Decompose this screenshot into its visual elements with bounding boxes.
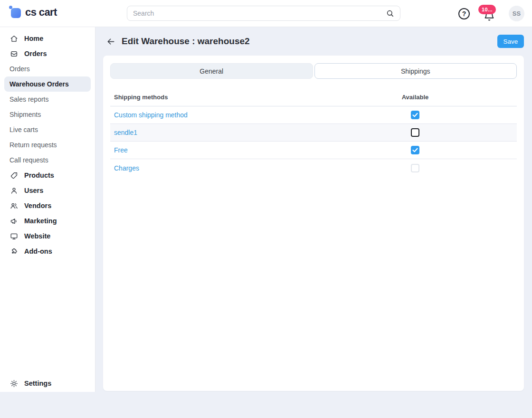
sidebar-item-return-requests[interactable]: Return requests: [4, 137, 91, 152]
tag-icon: [10, 171, 19, 180]
tab-shippings[interactable]: Shippings: [314, 63, 517, 79]
column-header-available: Available: [387, 94, 444, 101]
sidebar-item-label: Users: [24, 187, 43, 194]
sidebar-item-label: Orders: [10, 65, 30, 73]
sidebar-item-marketing[interactable]: Marketing: [0, 213, 95, 228]
search-box[interactable]: [127, 6, 400, 21]
search-icon[interactable]: [386, 9, 395, 18]
gear-icon: [10, 379, 19, 388]
sidebar-item-label: Sales reports: [10, 95, 48, 103]
brand-logo[interactable]: cs cart: [9, 6, 57, 19]
topbar-actions: ? 10... SS: [458, 0, 524, 27]
page-title: Edit Warehouse : warehouse2: [122, 36, 250, 47]
home-icon: [10, 34, 19, 43]
tab-general[interactable]: General: [110, 63, 313, 79]
available-checkbox[interactable]: [411, 128, 419, 137]
sidebar-item-label: Marketing: [24, 217, 57, 225]
sidebar-item-label: Home: [24, 35, 43, 42]
shipping-method-link[interactable]: Charges: [110, 164, 139, 172]
table-row: Free: [110, 142, 517, 159]
sidebar-item-orders[interactable]: Orders: [0, 46, 95, 61]
shipping-method-link[interactable]: Free: [110, 146, 128, 154]
sidebar-item-label: Website: [24, 232, 50, 240]
sidebar-item-label: Call requests: [10, 156, 48, 164]
tab-bar: General Shippings: [110, 63, 517, 79]
column-header-shipping-methods: Shipping methods: [110, 94, 387, 101]
shipping-method-link[interactable]: Custom shipping method: [110, 111, 188, 119]
sidebar-item-label: Warehouse Orders: [10, 80, 69, 88]
sidebar-item-label: Products: [24, 171, 54, 179]
shipping-method-link[interactable]: sendle1: [110, 129, 137, 136]
table-body: Custom shipping methodsendle1FreeCharges: [110, 106, 517, 177]
sidebar: HomeOrdersOrdersWarehouse OrdersSales re…: [0, 27, 95, 392]
sidebar-item-users[interactable]: Users: [0, 183, 95, 198]
sidebar-item-home[interactable]: Home: [0, 31, 95, 46]
help-icon[interactable]: ?: [458, 8, 470, 19]
orders-icon: [10, 49, 19, 58]
shipping-methods-table: Shipping methods Available Custom shippi…: [110, 88, 517, 177]
save-button[interactable]: Save: [497, 35, 524, 48]
sidebar-item-website[interactable]: Website: [0, 228, 95, 244]
monitor-icon: [10, 232, 19, 241]
sidebar-item-label: Shipments: [10, 111, 41, 118]
sidebar-nav: HomeOrdersOrdersWarehouse OrdersSales re…: [0, 27, 95, 376]
sidebar-item-vendors[interactable]: Vendors: [0, 198, 95, 213]
sidebar-item-label: Return requests: [10, 141, 57, 149]
table-row: Charges: [110, 159, 517, 177]
page-header: Edit Warehouse : warehouse2 Save: [95, 27, 532, 56]
sidebar-item-live-carts[interactable]: Live carts: [4, 122, 91, 137]
sidebar-item-sales-reports[interactable]: Sales reports: [4, 92, 91, 107]
sidebar-item-add-ons[interactable]: Add-ons: [0, 244, 95, 259]
cscart-logo-icon: [9, 6, 22, 19]
table-row: Custom shipping method: [110, 106, 517, 124]
sidebar-item-warehouse-orders[interactable]: Warehouse Orders: [4, 76, 91, 92]
available-checkbox[interactable]: [411, 111, 419, 119]
notification-badge: 10...: [478, 5, 496, 14]
sidebar-item-label: Vendors: [24, 202, 51, 209]
users-icon: [10, 201, 19, 210]
back-button[interactable]: [106, 37, 116, 47]
sidebar-footer: Settings: [0, 376, 95, 392]
table-row: sendle1: [110, 124, 517, 142]
sidebar-item-shipments[interactable]: Shipments: [4, 107, 91, 122]
sidebar-item-label: Orders: [24, 50, 47, 57]
puzzle-icon: [10, 247, 19, 256]
sidebar-item-orders[interactable]: Orders: [4, 61, 91, 76]
brand-name: cs cart: [25, 6, 57, 19]
topbar: cs cart ? 10... SS: [0, 0, 532, 27]
sidebar-item-label: Live carts: [10, 126, 38, 133]
sidebar-item-products[interactable]: Products: [0, 168, 95, 183]
megaphone-icon: [10, 217, 19, 226]
avatar[interactable]: SS: [509, 6, 524, 21]
available-checkbox: [411, 164, 419, 172]
sidebar-item-label: Add-ons: [24, 247, 52, 255]
user-icon: [10, 186, 19, 195]
sidebar-item-label: Settings: [24, 380, 51, 387]
sidebar-item-call-requests[interactable]: Call requests: [4, 152, 91, 168]
table-header-row: Shipping methods Available: [110, 88, 517, 106]
sidebar-item-settings[interactable]: Settings: [0, 376, 95, 391]
content-card: General Shippings Shipping methods Avail…: [103, 56, 524, 391]
search-input[interactable]: [127, 10, 386, 17]
notifications-button[interactable]: 10...: [480, 4, 498, 24]
available-checkbox[interactable]: [411, 146, 419, 154]
